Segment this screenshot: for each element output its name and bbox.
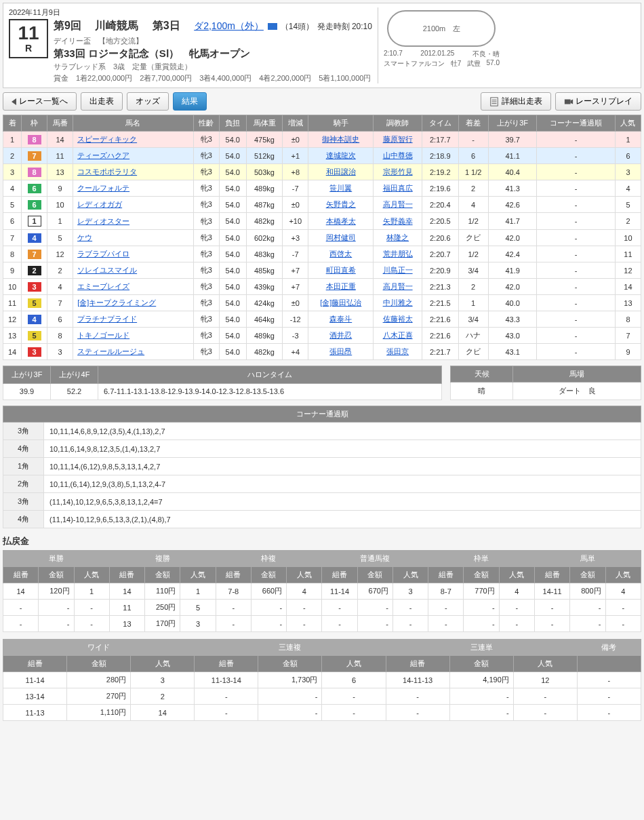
jockey-link[interactable]: 達城龍次 <box>326 151 356 159</box>
weather-table: 天候馬場 晴ダート 良 <box>450 366 641 400</box>
document-icon <box>489 97 499 106</box>
horse-link[interactable]: コスモポポラリタ <box>77 168 137 176</box>
result-row: 1814スピーディキック牝354.0475kg±0御神本訓史藤原智行2:17.7… <box>3 132 641 148</box>
result-row: 1433スティールルージュ牝354.0482kg+4張田昂張田京2:21.7クビ… <box>3 344 641 360</box>
distance-link[interactable]: ダ2,100m（外） <box>194 20 264 31</box>
horse-link[interactable]: レディオスター <box>77 217 129 225</box>
trainer-link[interactable]: 中川雅之 <box>383 298 413 307</box>
trainer-link[interactable]: 八木正喜 <box>383 331 413 339</box>
result-row: 1358トキノゴールド牝354.0489kg-3酒井忍八木正喜2:21.6ハナ4… <box>3 328 641 344</box>
trainer-link[interactable]: 林隆之 <box>386 233 409 241</box>
odds-button[interactable]: オッズ <box>127 92 169 111</box>
meeting-day: 第3日 <box>153 20 180 31</box>
race-name: 第33回 ロジータ記念（SⅠ） 牝馬オープン <box>54 47 372 60</box>
trainer-link[interactable]: 荒井朋弘 <box>383 250 413 258</box>
surface-flag-icon <box>268 23 277 30</box>
meeting-number: 第9回 <box>54 20 81 31</box>
horse-link[interactable]: [金]キープクライミング <box>77 298 156 307</box>
horse-link[interactable]: スピーディキック <box>77 135 137 143</box>
detail-entries-button[interactable]: 詳細出走表 <box>481 92 550 111</box>
jockey-link[interactable]: 張田昂 <box>329 347 352 355</box>
trainer-link[interactable]: 高月賢一 <box>383 200 413 208</box>
jockey-link[interactable]: 和田譲治 <box>326 168 356 176</box>
result-row: 8712ラブラブパイロ牝354.0483kg-7西啓太荒井朋弘2:20.71/2… <box>3 246 641 262</box>
trainer-link[interactable]: 福田真広 <box>383 184 413 192</box>
payout-table-2: ワイド三連複三連単備考 組番金額人気組番金額人気組番金額人気 11-14280円… <box>3 639 641 721</box>
horse-link[interactable]: ソレイユスマイル <box>77 266 137 274</box>
track-oval-icon: 2100m 左 <box>387 10 496 47</box>
race-date: 2022年11月9日 <box>9 7 372 18</box>
svg-rect-4 <box>565 99 571 104</box>
nav-bar: レース一覧へ 出走表 オッズ 結果 詳細出走表 レースリプレイ <box>3 92 641 111</box>
horse-link[interactable]: ティーズハクア <box>77 151 129 159</box>
jockey-link[interactable]: 西啓太 <box>329 250 352 258</box>
horse-link[interactable]: エミーブレイズ <box>77 282 129 290</box>
trainer-link[interactable]: 宗形竹見 <box>383 168 413 176</box>
horse-link[interactable]: トキノゴールド <box>77 331 129 339</box>
jockey-link[interactable]: 酒井忍 <box>329 331 352 339</box>
trainer-link[interactable]: 張田京 <box>386 347 409 355</box>
trainer-link[interactable]: 佐藤裕太 <box>383 315 413 323</box>
result-row: 1246プラチナプライド牝354.0464kg-12森泰斗佐藤裕太2:21.63… <box>3 311 641 328</box>
trainer-link[interactable]: 高月賢一 <box>383 282 413 290</box>
result-row: 611レディオスター牝354.0482kg+10本橋孝太矢野義幸2:20.51/… <box>3 213 641 230</box>
result-row: 469クールフォルテ牝354.0489kg-7笹川翼福田真広2:19.6241.… <box>3 180 641 197</box>
jockey-link[interactable]: 御神本訓史 <box>322 135 359 143</box>
jockey-link[interactable]: 岡村健司 <box>326 233 356 241</box>
trainer-link[interactable]: 山中尊徳 <box>383 151 413 159</box>
trainer-link[interactable]: 川島正一 <box>383 266 413 274</box>
trainer-link[interactable]: 矢野義幸 <box>383 217 413 225</box>
arrow-left-icon <box>12 98 16 105</box>
horse-link[interactable]: ケウ <box>77 233 92 241</box>
camera-icon <box>564 97 573 106</box>
svg-marker-5 <box>570 99 573 104</box>
jockey-link[interactable]: 本田正重 <box>326 282 356 290</box>
payout-title: 払戻金 <box>3 535 641 547</box>
result-row: 922ソレイユスマイル牝354.0485kg+7町田直希川島正一2:20.93/… <box>3 262 641 279</box>
horse-link[interactable]: プラチナプライド <box>77 315 137 323</box>
corner-order-table: コーナー通過順 3角10,11,14,6,8,9,12,(3,5),4,(1,1… <box>3 406 641 528</box>
replay-button[interactable]: レースリプレイ <box>555 92 641 111</box>
horse-link[interactable]: スティールルージュ <box>77 347 144 355</box>
entries-button[interactable]: 出走表 <box>81 92 123 111</box>
horse-link[interactable]: レディオガガ <box>77 200 122 208</box>
result-row: 1034エミーブレイズ牝354.0439kg+7本田正重高月賢一2:21.324… <box>3 279 641 295</box>
results-table: 着枠馬番馬名性齡負担馬体重増減騎手調教師タイム着差上がり3Fコーナー通過順人気 … <box>3 115 641 360</box>
venue-name: 川崎競馬 <box>95 20 138 31</box>
jockey-link[interactable]: 矢野貴之 <box>326 200 356 208</box>
jockey-link[interactable]: 町田直希 <box>326 266 356 274</box>
lap-table: 上がり3F上がり4Fハロンタイム 39.952.26.7-11.1-13.1-1… <box>3 366 442 400</box>
race-number-box: 11 R <box>9 19 48 58</box>
result-row: 2711ティーズハクア牝354.0512kg+1達城龍次山中尊徳2:18.964… <box>3 148 641 164</box>
result-row: 1157[金]キープクライミング牝354.0424kg±0[金]藤田弘治中川雅之… <box>3 295 641 311</box>
result-row: 3813コスモポポラリタ牝354.0503kg+8和田譲治宗形竹見2:19.21… <box>3 164 641 180</box>
back-button[interactable]: レース一覧へ <box>3 92 77 111</box>
race-header: 2022年11月9日 11 R 第9回 川崎競馬 第3日 ダ2,100m（外） … <box>3 3 641 88</box>
trainer-link[interactable]: 藤原智行 <box>383 135 413 143</box>
result-row: 745ケウ牝354.0602kg+3岡村健司林隆之2:20.6クビ42.0-10 <box>3 230 641 246</box>
jockey-link[interactable]: 森泰斗 <box>329 315 352 323</box>
horse-link[interactable]: ラブラブパイロ <box>77 250 129 258</box>
jockey-link[interactable]: 本橋孝太 <box>326 217 356 225</box>
result-button[interactable]: 結果 <box>173 92 207 111</box>
result-row: 5610レディオガガ牝354.0487kg±0矢野貴之高月賢一2:20.4442… <box>3 197 641 213</box>
track-diagram-box: 2100m 左 2:10.7 2012.01.25 不良・晴 スマートファルコン… <box>378 7 500 83</box>
jockey-link[interactable]: [金]藤田弘治 <box>320 298 361 307</box>
payout-table-1: 単勝複勝枠複普通馬複枠単馬単 組番金額人気組番金額人気組番金額人気組番金額人気組… <box>3 550 641 632</box>
jockey-link[interactable]: 笹川翼 <box>329 184 352 192</box>
horse-link[interactable]: クールフォルテ <box>77 184 129 192</box>
